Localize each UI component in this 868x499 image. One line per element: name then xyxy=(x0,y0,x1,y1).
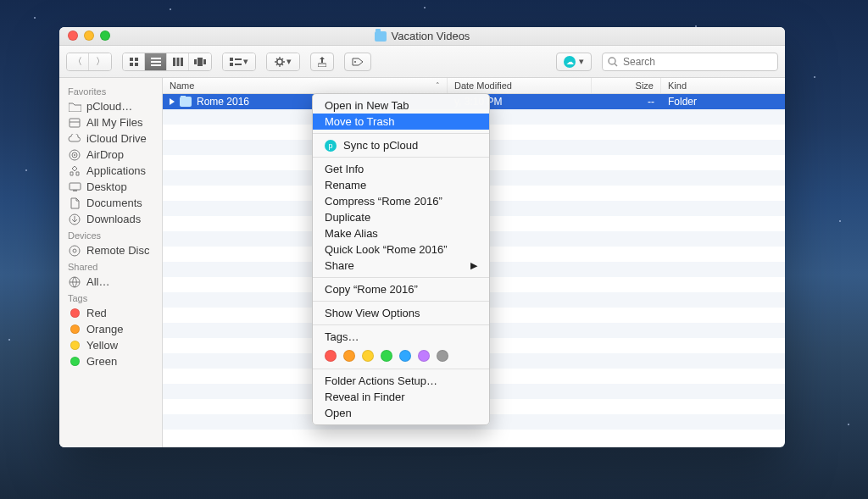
svg-point-20 xyxy=(609,58,615,64)
file-name: Rome 2016 xyxy=(197,96,249,108)
desktop-icon xyxy=(68,181,81,193)
view-list-button[interactable] xyxy=(145,53,167,70)
table-row[interactable] xyxy=(163,430,785,445)
sidebar-item[interactable]: Applications xyxy=(59,163,162,179)
globe-icon xyxy=(68,276,81,288)
svg-rect-13 xyxy=(230,58,233,61)
context-menu-item[interactable]: Duplicate xyxy=(313,209,489,225)
context-menu-item[interactable]: Make Alias xyxy=(313,225,489,241)
column-header-date[interactable]: Date Modified xyxy=(448,78,592,93)
context-menu-item[interactable]: Get Info xyxy=(313,161,489,177)
context-menu-item[interactable]: Move to Trash xyxy=(313,114,489,130)
column-header-size[interactable]: Size xyxy=(592,78,661,93)
view-icon-button[interactable] xyxy=(123,53,145,70)
tag-color-swatch[interactable] xyxy=(437,350,448,362)
svg-rect-18 xyxy=(318,64,326,67)
svg-rect-11 xyxy=(198,58,203,66)
sidebar-item[interactable]: Orange xyxy=(59,321,162,337)
context-menu-item[interactable]: Compress “Rome 2016” xyxy=(313,193,489,209)
pcloud-toolbar-button[interactable]: ☁ ▾ xyxy=(556,53,592,71)
svg-point-26 xyxy=(74,154,75,156)
pcloud-icon: p xyxy=(325,140,337,152)
context-menu-item[interactable]: Tags… xyxy=(313,329,489,345)
sidebar-item[interactable]: Documents xyxy=(59,195,162,211)
context-menu-item[interactable]: Rename xyxy=(313,177,489,193)
action-button[interactable]: ▾ xyxy=(267,53,299,70)
context-menu-label: Move to Trash xyxy=(325,115,394,128)
sidebar-item[interactable]: Yellow xyxy=(59,337,162,353)
folder-icon xyxy=(68,101,81,113)
tag-color-swatch[interactable] xyxy=(418,350,430,362)
svg-rect-14 xyxy=(230,63,233,66)
tag-color-swatch[interactable] xyxy=(399,350,411,362)
cloud-icon xyxy=(68,133,81,145)
sidebar-item[interactable]: Desktop xyxy=(59,179,162,195)
submenu-arrow-icon: ▶ xyxy=(470,260,477,271)
context-menu-label: Copy “Rome 2016” xyxy=(325,283,418,296)
context-menu-item[interactable]: Open xyxy=(313,405,489,421)
context-menu-label: Compress “Rome 2016” xyxy=(325,195,442,208)
sidebar-item[interactable]: All My Files xyxy=(59,114,162,130)
context-menu-item[interactable]: Reveal in Finder xyxy=(313,389,489,405)
sidebar-item[interactable]: Green xyxy=(59,353,162,369)
context-menu-item[interactable]: Quick Look “Rome 2016” xyxy=(313,241,489,258)
sidebar-item[interactable]: Remote Disc xyxy=(59,242,162,258)
sidebar-item[interactable]: iCloud Drive xyxy=(59,130,162,147)
documents-icon xyxy=(68,197,81,209)
gear-icon xyxy=(275,57,285,67)
forward-button[interactable]: 〉 xyxy=(89,53,111,70)
sidebar-item-label: pCloud… xyxy=(86,100,132,113)
disclosure-triangle-icon[interactable] xyxy=(170,98,175,105)
search-field[interactable] xyxy=(602,53,778,71)
close-window-button[interactable] xyxy=(68,30,78,41)
folder-icon xyxy=(180,97,192,107)
arrange-icon xyxy=(230,58,242,66)
sidebar: FavoritespCloud…All My FilesiCloud Drive… xyxy=(59,78,163,447)
view-columns-button[interactable] xyxy=(167,53,189,70)
share-button[interactable] xyxy=(310,53,334,71)
context-menu-item[interactable]: pSync to pCloud xyxy=(313,137,489,153)
pcloud-icon: ☁ xyxy=(564,56,576,68)
back-button[interactable]: 〈 xyxy=(67,53,89,70)
svg-rect-0 xyxy=(130,58,133,61)
tag-color-swatch[interactable] xyxy=(325,350,337,362)
downloads-icon xyxy=(68,213,81,225)
column-header-name[interactable]: Name ˄ xyxy=(163,78,448,93)
context-menu-label: Duplicate xyxy=(325,211,370,224)
sidebar-item[interactable]: pCloud… xyxy=(59,98,162,114)
sidebar-item[interactable]: AirDrop xyxy=(59,147,162,163)
zoom-window-button[interactable] xyxy=(100,30,110,41)
tag-color-swatch[interactable] xyxy=(362,350,374,362)
svg-rect-15 xyxy=(235,58,242,60)
svg-rect-1 xyxy=(135,58,138,61)
context-menu-item[interactable]: Folder Actions Setup… xyxy=(313,373,489,389)
context-menu-item[interactable]: Share▶ xyxy=(313,258,489,274)
sidebar-section-header: Favorites xyxy=(59,83,162,98)
context-menu-label: Open xyxy=(325,407,352,419)
svg-rect-12 xyxy=(203,59,206,64)
column-view-icon xyxy=(173,58,183,66)
sidebar-item[interactable]: All… xyxy=(59,274,162,290)
sidebar-item[interactable]: Downloads xyxy=(59,211,162,227)
svg-rect-2 xyxy=(130,63,133,66)
minimize-window-button[interactable] xyxy=(84,30,94,41)
view-coverflow-button[interactable] xyxy=(189,53,211,70)
tag-color-swatch[interactable] xyxy=(381,350,392,362)
apps-icon xyxy=(68,165,81,177)
tag-color-swatch[interactable] xyxy=(343,350,355,362)
column-header-kind[interactable]: Kind xyxy=(661,78,785,93)
tags-button[interactable] xyxy=(344,53,371,71)
svg-rect-10 xyxy=(194,59,197,64)
tag-icon xyxy=(68,324,81,335)
folder-icon xyxy=(375,31,387,42)
context-menu-item[interactable]: Copy “Rome 2016” xyxy=(313,281,489,297)
titlebar: Vacation Videos xyxy=(59,27,785,46)
search-input[interactable] xyxy=(623,56,772,68)
sidebar-item[interactable]: Red xyxy=(59,305,162,321)
context-menu-item[interactable]: Open in New Tab xyxy=(313,97,489,114)
chevron-down-icon: ▾ xyxy=(579,56,584,67)
context-menu-item[interactable]: Show View Options xyxy=(313,305,489,321)
chevron-down-icon: ▾ xyxy=(287,56,292,67)
sidebar-item-label: Downloads xyxy=(86,213,141,225)
arrange-button[interactable]: ▾ xyxy=(223,53,255,70)
